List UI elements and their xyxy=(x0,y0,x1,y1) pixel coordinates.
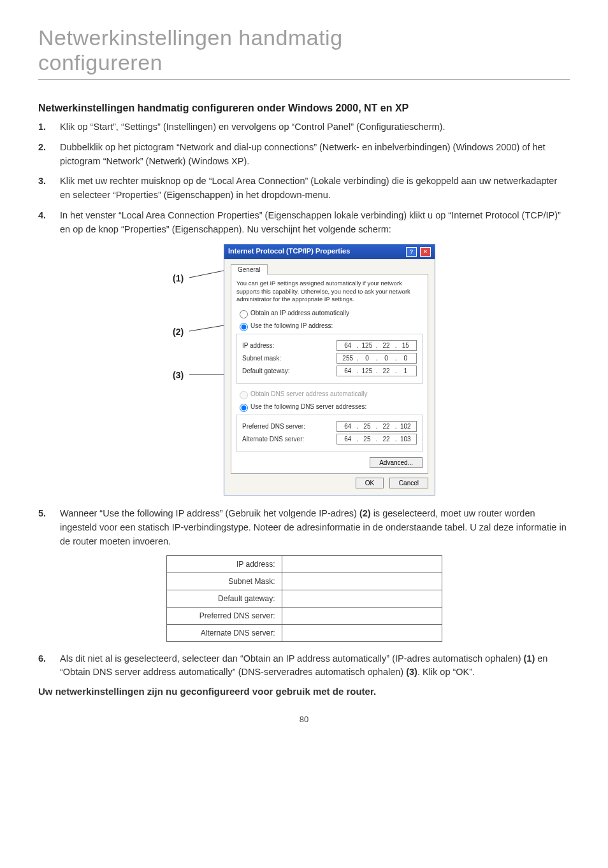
page-number: 80 xyxy=(38,715,570,724)
table-label-mask: Subnet Mask: xyxy=(166,573,282,590)
radio-auto-dns-input xyxy=(240,391,248,399)
close-icon[interactable]: × xyxy=(420,247,431,257)
step-5: 5. Wanneer “Use the following IP address… xyxy=(38,507,570,548)
lbl-ip: IP address: xyxy=(242,342,337,349)
steps-list-3: 6. Als dit niet al is geselecteerd, sele… xyxy=(38,652,570,680)
dialog-titlebar: Internet Protocol (TCP/IP) Properties ? … xyxy=(224,245,435,259)
dialog-figure: (1) (2) (3) Internet Protocol (TCP/IP) P… xyxy=(38,244,570,495)
table-row: Default gateway: xyxy=(166,590,442,607)
step-3-text: Klik met uw rechter muisknop op de “Loca… xyxy=(60,174,570,203)
table-val-gw xyxy=(282,590,442,607)
step-5-num: 5. xyxy=(38,507,60,548)
dialog-title-text: Internet Protocol (TCP/IP) Properties xyxy=(228,247,350,257)
step-2-num: 2. xyxy=(38,141,60,169)
step-1-num: 1. xyxy=(38,120,60,134)
ip-address-input[interactable]: 64.125.22.15 xyxy=(337,340,417,351)
step-4-text: In het venster “Local Area Connection Pr… xyxy=(60,209,570,237)
steps-list: 1. Klik op “Start”, “Settings” (Instelli… xyxy=(38,120,570,236)
ip-group: IP address: 64.125.22.15 Subnet mask: 25… xyxy=(236,334,423,384)
radio-auto-ip-input[interactable] xyxy=(240,310,248,318)
page-title: Netwerkinstellingen handmatig configurer… xyxy=(38,25,570,75)
title-line1: Netwerkinstellingen handmatig xyxy=(38,25,343,50)
callout-lines xyxy=(173,244,224,422)
table-label-alt: Alternate DNS server: xyxy=(166,624,282,641)
advanced-button[interactable]: Advanced... xyxy=(370,457,423,468)
title-line2: configureren xyxy=(38,50,163,75)
table-row: Alternate DNS server: xyxy=(166,624,442,641)
step-6-text: Als dit niet al is geselecteerd, selecte… xyxy=(60,652,570,680)
tcpip-dialog: Internet Protocol (TCP/IP) Properties ? … xyxy=(224,244,435,495)
alternate-dns-input[interactable]: 64.25.22.103 xyxy=(337,434,417,445)
help-icon[interactable]: ? xyxy=(406,247,417,257)
radio-auto-ip[interactable]: Obtain an IP address automatically xyxy=(236,308,423,318)
lbl-mask: Subnet mask: xyxy=(242,355,337,362)
step-2-text: Dubbelklik op het pictogram “Network and… xyxy=(60,141,570,169)
step-6: 6. Als dit niet al is geselecteerd, sele… xyxy=(38,652,570,680)
dialog-panel: You can get IP settings assigned automat… xyxy=(231,274,428,474)
section-heading: Netwerkinstellingen handmatig configurer… xyxy=(38,103,570,114)
address-table: IP address: Subnet Mask: Default gateway… xyxy=(166,555,442,642)
svg-line-0 xyxy=(189,271,224,278)
table-row: IP address: xyxy=(166,555,442,573)
table-val-pref xyxy=(282,607,442,624)
radio-use-dns[interactable]: Use the following DNS server addresses: xyxy=(236,402,423,412)
ok-button[interactable]: OK xyxy=(356,478,384,488)
table-label-ip: IP address: xyxy=(166,555,282,573)
final-line: Uw netwerkinstellingen zijn nu geconfigu… xyxy=(38,686,570,697)
step-4-num: 4. xyxy=(38,209,60,237)
dialog-body: General You can get IP settings assigned… xyxy=(224,259,435,495)
table-val-ip xyxy=(282,555,442,573)
dialog-desc: You can get IP settings assigned automat… xyxy=(236,280,423,303)
cancel-button[interactable]: Cancel xyxy=(389,478,428,488)
lbl-alt-dns: Alternate DNS server: xyxy=(242,436,337,443)
step-1-text: Klik op “Start”, “Settings” (Instellinge… xyxy=(60,120,570,134)
dns-group: Preferred DNS server: 64.25.22.102 Alter… xyxy=(236,415,423,452)
preferred-dns-input[interactable]: 64.25.22.102 xyxy=(337,421,417,432)
radio-use-dns-input[interactable] xyxy=(240,404,248,412)
step-3: 3. Klik met uw rechter muisknop op de “L… xyxy=(38,174,570,203)
radio-auto-dns: Obtain DNS server address automatically xyxy=(236,389,423,399)
step-4: 4. In het venster “Local Area Connection… xyxy=(38,209,570,237)
table-label-pref: Preferred DNS server: xyxy=(166,607,282,624)
radio-use-ip-input[interactable] xyxy=(240,323,248,331)
table-row: Subnet Mask: xyxy=(166,573,442,590)
title-rule xyxy=(38,79,570,80)
steps-list-2: 5. Wanneer “Use the following IP address… xyxy=(38,507,570,548)
subnet-mask-input[interactable]: 255.0.0.0 xyxy=(337,353,417,364)
callout-column: (1) (2) (3) xyxy=(173,244,224,422)
table-val-alt xyxy=(282,624,442,641)
step-2: 2. Dubbelklik op het pictogram “Network … xyxy=(38,141,570,169)
table-row: Preferred DNS server: xyxy=(166,607,442,624)
lbl-gw: Default gateway: xyxy=(242,367,337,374)
table-label-gw: Default gateway: xyxy=(166,590,282,607)
step-3-num: 3. xyxy=(38,174,60,203)
default-gateway-input[interactable]: 64.125.22.1 xyxy=(337,366,417,376)
table-val-mask xyxy=(282,573,442,590)
lbl-pref-dns: Preferred DNS server: xyxy=(242,423,337,430)
svg-line-1 xyxy=(189,325,224,331)
radio-use-ip[interactable]: Use the following IP address: xyxy=(236,321,423,331)
step-5-text: Wanneer “Use the following IP address” (… xyxy=(60,507,570,548)
step-6-num: 6. xyxy=(38,652,60,680)
step-1: 1. Klik op “Start”, “Settings” (Instelli… xyxy=(38,120,570,134)
tab-general[interactable]: General xyxy=(231,264,268,274)
